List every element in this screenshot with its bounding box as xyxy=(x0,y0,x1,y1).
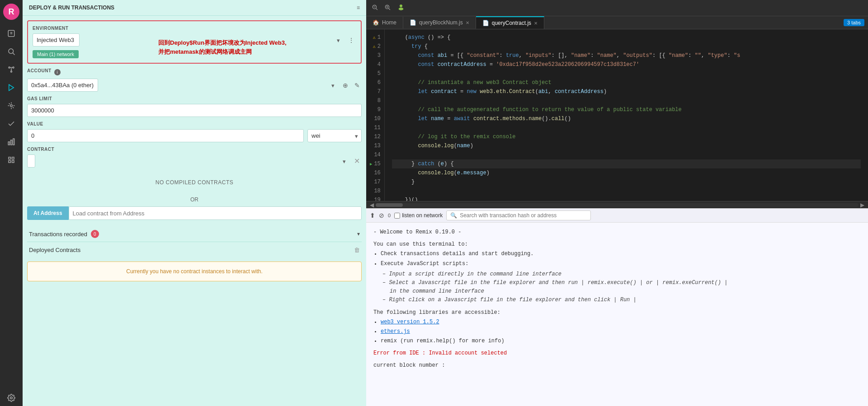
terminal-search-box[interactable]: 🔍 xyxy=(446,210,591,220)
sidebar-icon-settings[interactable] xyxy=(3,390,19,406)
sidebar-icon-git[interactable] xyxy=(3,61,19,78)
sidebar-icon-plugin[interactable] xyxy=(3,152,19,168)
code-line-15: } catch (e) { xyxy=(392,159,861,168)
account-select-wrapper[interactable]: 0x5a4...43BAa (0 ether) xyxy=(27,79,338,92)
clear-contract-icon[interactable]: ✕ xyxy=(352,156,362,166)
code-line-4: const contractAddress = '0xdac17f958d2ee… xyxy=(392,60,861,69)
contract-section: CONTRACT ✕ xyxy=(27,147,362,168)
web3-link[interactable]: web3 version 1.5.2 xyxy=(381,319,439,325)
svg-point-5 xyxy=(9,67,10,68)
panel-header: DEPLOY & RUN TRANSACTIONS ≡ xyxy=(23,0,366,16)
line-num-17: 17 xyxy=(366,177,384,187)
editor-toolbar xyxy=(366,0,868,16)
copy-account-icon[interactable]: ⊕ xyxy=(341,80,350,91)
deployed-contracts-label: Deployed Contracts xyxy=(29,247,80,253)
line-num-18: 18 xyxy=(366,187,384,196)
code-line-1: (async () => { xyxy=(392,33,861,42)
ethers-link[interactable]: ethers.js xyxy=(381,328,410,335)
value-input[interactable] xyxy=(27,129,304,142)
tab-queryblocknum[interactable]: 📄 queryBlockNum.js ✕ xyxy=(403,17,476,28)
sidebar-icon-analysis[interactable] xyxy=(3,134,19,150)
line-num-1: 1 xyxy=(366,33,384,42)
terminal-search-input[interactable] xyxy=(460,212,587,219)
code-line-10: let name = await contract.methods.name()… xyxy=(392,114,861,123)
warning-box: Currently you have no contract instances… xyxy=(27,261,362,281)
scroll-right-icon[interactable]: ▶ xyxy=(860,202,864,208)
app-logo: R xyxy=(3,4,19,20)
zoom-out-icon[interactable] xyxy=(370,3,380,13)
code-line-9: // call the autogenerated function to re… xyxy=(392,105,861,114)
sidebar-icon-deploy[interactable] xyxy=(3,79,19,96)
svg-rect-14 xyxy=(12,157,14,159)
at-address-input[interactable] xyxy=(69,206,362,220)
line-num-10: 10 xyxy=(366,114,384,123)
code-line-2: try { xyxy=(392,42,861,51)
code-line-18 xyxy=(392,187,861,196)
line-num-14: 14 xyxy=(366,150,384,159)
code-content[interactable]: (async () => { try { const abi = [{ "con… xyxy=(385,29,868,201)
zoom-in-icon[interactable] xyxy=(382,3,392,13)
unit-select-wrapper[interactable]: wei gwei finney ether xyxy=(307,129,362,142)
svg-rect-12 xyxy=(13,139,14,145)
line-num-15: 15 xyxy=(366,159,384,168)
listen-checkbox[interactable] xyxy=(394,213,400,219)
unit-select[interactable]: wei gwei finney ether xyxy=(307,129,362,142)
queryblocknum-tab-label: queryBlockNum.js xyxy=(419,19,463,26)
hamburger-icon[interactable]: ≡ xyxy=(357,5,360,11)
listen-checkbox-wrapper[interactable]: listen on network xyxy=(394,212,443,219)
account-select[interactable]: 0x5a4...43BAa (0 ether) xyxy=(27,79,98,92)
terminal-toolbar: ⬆ ⊘ 0 listen on network 🔍 xyxy=(366,208,868,223)
code-line-7: let contract = new web3.eth.Contract(abi… xyxy=(392,87,861,96)
edit-account-icon[interactable]: ✎ xyxy=(353,80,362,91)
sidebar-icon-debug[interactable] xyxy=(3,98,19,114)
querycontract-tab-icon: 📄 xyxy=(482,20,489,26)
line-num-6: 6 xyxy=(366,78,384,87)
gas-limit-input[interactable]: 3000000 xyxy=(27,104,362,117)
environment-select-wrapper[interactable]: Injected Web3 JavaScript VM Web3 Provide… xyxy=(33,33,344,47)
tabs-count: 3 tabs xyxy=(844,19,864,26)
value-label: VALUE xyxy=(27,121,362,126)
contract-select[interactable] xyxy=(27,154,35,168)
environment-info-icon[interactable]: ⋮ xyxy=(346,35,356,46)
close-querycontract-tab[interactable]: ✕ xyxy=(534,21,538,26)
transactions-section[interactable]: Transactions recorded 0 ▾ xyxy=(27,226,362,242)
scrollbar-track[interactable] xyxy=(376,203,859,207)
sidebar-icon-search[interactable] xyxy=(3,43,19,60)
transactions-label-text: Transactions recorded xyxy=(29,231,87,238)
line-num-3: 3 xyxy=(366,51,384,60)
terminal-expand-icon[interactable]: ⬆ xyxy=(370,212,375,219)
terminal-no-listen-icon[interactable]: ⊘ xyxy=(379,212,384,219)
delete-deployed-icon[interactable]: 🗑 xyxy=(354,247,360,253)
svg-point-7 xyxy=(11,71,12,72)
line-num-5: 5 xyxy=(366,69,384,78)
terminal-output[interactable]: - Welcome to Remix 0.19.0 - You can use … xyxy=(366,223,868,406)
block-count: 0 xyxy=(388,213,391,218)
line-num-8: 8 xyxy=(366,96,384,105)
line-num-19: 19 xyxy=(366,196,384,201)
editor-scrollbar[interactable]: ◀ ▶ xyxy=(366,201,868,208)
line-num-13: 13 xyxy=(366,141,384,150)
right-panel: 🏠 Home 📄 queryBlockNum.js ✕ 📄 queryContr… xyxy=(366,0,868,406)
account-section: ACCOUNT i 0x5a4...43BAa (0 ether) ⊕ ✎ xyxy=(27,68,362,92)
svg-line-4 xyxy=(13,53,14,55)
warning-message: Currently you have no contract instances… xyxy=(126,268,262,275)
listen-label: listen on network xyxy=(402,212,443,219)
contract-select-wrapper[interactable] xyxy=(27,154,349,168)
tab-querycontract[interactable]: 📄 queryContract.js ✕ xyxy=(476,16,544,29)
tab-home[interactable]: 🏠 Home xyxy=(366,17,403,28)
sidebar-icon-files[interactable] xyxy=(3,25,19,42)
code-line-6: // instantiate a new web3 Contract objec… xyxy=(392,78,861,87)
or-divider: OR xyxy=(27,196,362,203)
scroll-left-icon[interactable]: ◀ xyxy=(370,202,374,208)
line-num-2: 2 xyxy=(366,42,384,51)
sidebar-icon-test[interactable] xyxy=(3,116,19,132)
code-editor[interactable]: 1 2 3 4 5 6 7 8 9 10 11 12 13 14 15 16 1… xyxy=(366,29,868,201)
transactions-badge: 0 xyxy=(91,230,99,238)
close-queryblocknum-tab[interactable]: ✕ xyxy=(466,20,469,25)
at-address-button[interactable]: At Address xyxy=(27,206,69,220)
scrollbar-thumb[interactable] xyxy=(376,203,403,207)
environment-select[interactable]: Injected Web3 JavaScript VM Web3 Provide… xyxy=(33,33,80,47)
code-line-5 xyxy=(392,69,861,78)
account-info-icon[interactable]: i xyxy=(54,69,61,75)
block-number-line: current block number : xyxy=(373,361,861,370)
